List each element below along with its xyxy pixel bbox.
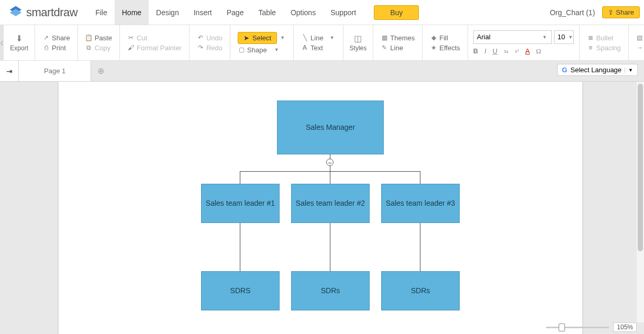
ribbon-share-button[interactable]: ↗Share <box>39 33 73 43</box>
undo-label: Undo <box>206 34 223 42</box>
shape-label: Shape <box>247 46 267 54</box>
spacing-button[interactable]: ≡Spacing <box>584 43 624 53</box>
page-surface[interactable]: – Sales Manager Sales team leader #1 Sal… <box>59 82 582 334</box>
menu-file[interactable]: File <box>88 0 115 25</box>
connector <box>240 171 240 184</box>
redo-button[interactable]: ↷Redo <box>194 43 226 53</box>
effects-label: Effects <box>439 44 460 52</box>
font-size-select[interactable]: 10▼ <box>554 30 574 44</box>
share-button[interactable]: ⇪ Share <box>602 6 640 18</box>
align-icon: ▤ <box>636 34 643 41</box>
panel-toggle[interactable]: ⇥ <box>0 61 19 81</box>
cursor-icon: ➤ <box>243 34 249 42</box>
canvas-area[interactable]: – Sales Manager Sales team leader #1 Sal… <box>0 82 644 334</box>
org-node-level3-3[interactable]: SDRs <box>381 271 460 310</box>
symbol-button[interactable]: Ω <box>536 47 541 55</box>
collapse-toggle[interactable]: – <box>326 159 334 166</box>
share-label: Share <box>616 8 634 16</box>
brush-icon: 🖌 <box>127 44 135 51</box>
line-style-button[interactable]: ✎Line <box>377 43 418 53</box>
themes-button[interactable]: ▦Themes <box>377 33 418 43</box>
scrollbar-thumb[interactable] <box>638 84 643 251</box>
bold-button[interactable]: B <box>473 47 478 55</box>
square-icon: ▢ <box>238 46 245 53</box>
font-select[interactable]: Arial▼ <box>473 30 552 44</box>
text-tool[interactable]: AText <box>298 43 339 53</box>
add-page-button[interactable]: ⊕ <box>91 61 110 81</box>
menu-design[interactable]: Design <box>149 0 186 25</box>
effects-button[interactable]: ★Effects <box>427 43 463 53</box>
redo-label: Redo <box>206 44 223 52</box>
vertical-scrollbar[interactable] <box>637 82 644 322</box>
download-icon: ⬇ <box>16 34 23 43</box>
pen-icon: ✎ <box>381 44 388 51</box>
undo-icon: ↶ <box>197 34 204 41</box>
connector <box>420 171 420 184</box>
list-icon: ≣ <box>587 34 594 41</box>
chevron-down-icon: ▼ <box>625 68 633 73</box>
chevron-down-icon[interactable]: ▼ <box>329 35 336 40</box>
line-tool[interactable]: ╲Line▼ <box>298 33 339 43</box>
export-button[interactable]: ⬇ Export <box>4 25 35 60</box>
org-node-level2-3[interactable]: Sales team leader #3 <box>381 184 460 223</box>
page-tab-1[interactable]: Page 1 <box>19 61 91 81</box>
org-node-root[interactable]: Sales Manager <box>277 101 384 154</box>
paste-button[interactable]: 📋Paste <box>82 33 115 43</box>
node-label: SDRs <box>321 286 340 295</box>
org-node-level2-2[interactable]: Sales team leader #2 <box>291 184 370 223</box>
org-node-level3-2[interactable]: SDRs <box>291 271 370 310</box>
node-label: Sales team leader #2 <box>296 198 365 208</box>
chevron-down-icon[interactable]: ▼ <box>279 35 286 40</box>
chevron-down-icon[interactable]: ▼ <box>273 47 280 52</box>
font-color-button[interactable]: A <box>525 47 530 55</box>
menu-insert[interactable]: Insert <box>186 0 219 25</box>
subscript-button[interactable]: x₂ <box>504 48 508 54</box>
node-label: SDRs <box>411 286 430 295</box>
align-button[interactable]: ▤Ali <box>633 33 644 43</box>
shape-tool[interactable]: ▢Shape▼ <box>235 45 289 55</box>
bullet-button[interactable]: ≣Bullet <box>584 33 624 43</box>
redo-icon: ↷ <box>197 44 204 51</box>
copy-button[interactable]: ⧉Copy <box>82 43 115 53</box>
language-select[interactable]: G Select Language ▼ <box>557 64 638 76</box>
line-label: Line <box>310 34 324 42</box>
export-label: Export <box>10 44 28 52</box>
ribbon-scroll-left[interactable]: ‹ <box>0 25 4 60</box>
app-logo[interactable]: smartdraw <box>4 5 77 20</box>
menu-options[interactable]: Options <box>283 0 323 25</box>
star-icon: ★ <box>430 44 437 51</box>
cut-button[interactable]: ✂Cut <box>124 33 185 43</box>
menu-page[interactable]: Page <box>219 0 251 25</box>
underline-button[interactable]: U <box>493 47 497 55</box>
connector <box>330 223 330 271</box>
print-button[interactable]: ⎙Print <box>39 43 73 53</box>
app-name: smartdraw <box>26 6 77 19</box>
font-value: Arial <box>477 33 491 41</box>
org-node-level2-1[interactable]: Sales team leader #1 <box>201 184 280 223</box>
buy-button[interactable]: Buy <box>374 5 419 20</box>
text-direction-button[interactable]: →Te <box>633 43 644 53</box>
connector <box>330 171 330 184</box>
menu-support[interactable]: Support <box>323 0 363 25</box>
zoom-slider[interactable] <box>546 327 609 328</box>
menu-home[interactable]: Home <box>115 0 149 25</box>
zoom-slider-thumb[interactable] <box>559 324 565 331</box>
scissors-icon: ✂ <box>127 34 135 41</box>
print-label: Print <box>52 44 66 52</box>
menu-table[interactable]: Table <box>251 0 283 25</box>
node-label: Sales team leader #3 <box>386 198 455 208</box>
cut-label: Cut <box>137 34 147 42</box>
bullet-label: Bullet <box>596 34 614 42</box>
superscript-button[interactable]: x² <box>515 48 519 54</box>
connector <box>240 223 240 271</box>
text-icon: A <box>301 44 308 51</box>
format-painter-button[interactable]: 🖌Format Painter <box>124 43 185 53</box>
zoom-value[interactable]: 105% <box>613 322 637 332</box>
arrow-right-icon: → <box>636 44 643 51</box>
select-tool[interactable]: ➤Select▼ <box>235 31 289 45</box>
styles-button[interactable]: ◫ Styles <box>343 25 374 60</box>
undo-button[interactable]: ↶Undo <box>194 33 226 43</box>
italic-button[interactable]: I <box>484 47 486 55</box>
org-node-level3-1[interactable]: SDRS <box>201 271 280 310</box>
fill-button[interactable]: ◆Fill <box>427 33 463 43</box>
